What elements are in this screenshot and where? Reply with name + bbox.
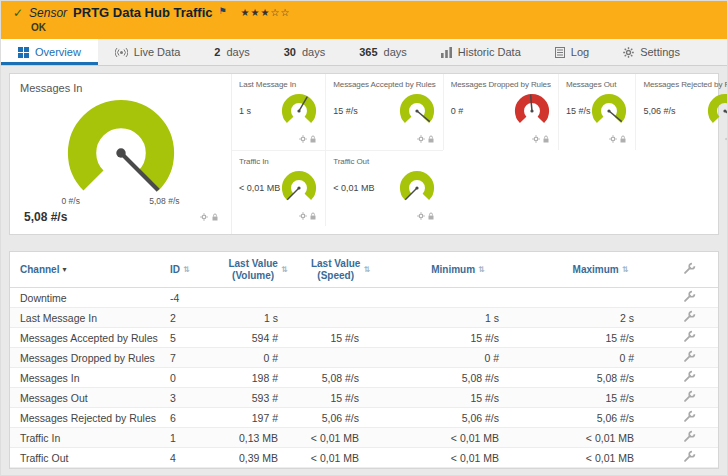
gauge-dial xyxy=(398,92,436,130)
cell-id: 4 xyxy=(170,452,218,464)
cell-min: 15 #/s xyxy=(383,392,533,404)
cell-settings xyxy=(668,350,708,365)
gauge-label: Traffic In xyxy=(239,157,318,166)
main-gauge-dial xyxy=(20,94,221,212)
gauge-messages-accepted-by-rules: Messages Accepted by Rules15 #/s xyxy=(325,74,442,150)
cell-id: 2 xyxy=(170,312,218,324)
channel-row-downtime[interactable]: Downtime-4 xyxy=(10,288,718,308)
channel-row-messages-out[interactable]: Messages Out3593 #15 #/s15 #/s15 #/s xyxy=(10,388,718,408)
small-gauges-grid: Last Message In1 sMessages Accepted by R… xyxy=(232,74,728,234)
channel-settings-icon[interactable] xyxy=(683,390,696,405)
gauge-lock-icon[interactable] xyxy=(211,207,219,225)
gauge-settings-icon[interactable] xyxy=(532,129,540,147)
cell-vol: 0,13 MB xyxy=(218,432,298,444)
channel-settings-icon[interactable] xyxy=(683,330,696,345)
tab-label: Log xyxy=(571,46,589,58)
tab-label: Historic Data xyxy=(458,46,521,58)
cell-min: 15 #/s xyxy=(383,332,533,344)
channel-row-messages-rejected-by-rules[interactable]: Messages Rejected by Rules6197 #5,06 #/s… xyxy=(10,408,718,428)
main-gauge-min: 0 #/s xyxy=(62,196,80,206)
tab-365-days[interactable]: 365days xyxy=(342,39,424,65)
gauge-value: 15 #/s xyxy=(566,106,591,116)
tab-label-strong: 365 xyxy=(359,46,377,58)
main-gauge-label: Messages In xyxy=(20,82,221,94)
gauge-lock-icon[interactable] xyxy=(542,129,550,147)
gauge-settings-icon[interactable] xyxy=(299,206,307,224)
cell-id: 7 xyxy=(170,352,218,364)
channel-row-last-message-in[interactable]: Last Message In21 s1 s2 s xyxy=(10,308,718,328)
channel-row-messages-dropped-by-rules[interactable]: Messages Dropped by Rules70 #0 #0 # xyxy=(10,348,718,368)
gauge-value: 5,06 #/s xyxy=(643,106,675,116)
tab-live-data[interactable]: Live Data xyxy=(98,39,197,65)
gauge-value: 0 # xyxy=(451,106,464,116)
chart-icon xyxy=(441,47,452,58)
gauge-lock-icon[interactable] xyxy=(309,206,317,224)
cell-min: 5,08 #/s xyxy=(383,372,533,384)
channel-settings-icon[interactable] xyxy=(683,410,696,425)
column-header-max[interactable]: Maximum⇅ xyxy=(533,264,668,276)
column-header-vol[interactable]: Last Value (Volume)⇅ xyxy=(218,258,298,282)
wrench-icon[interactable] xyxy=(683,262,696,277)
sensor-status: OK xyxy=(13,22,715,33)
tab-2-days[interactable]: 2days xyxy=(197,39,266,65)
gauge-lock-icon[interactable] xyxy=(619,129,627,147)
gauge-actions xyxy=(239,206,318,224)
cell-settings xyxy=(668,410,708,425)
channel-settings-icon[interactable] xyxy=(683,310,696,325)
cell-max: 2 s xyxy=(533,312,668,324)
channel-settings-icon[interactable] xyxy=(683,430,696,445)
sort-caret-icon: ▾ xyxy=(62,265,66,274)
column-header-id[interactable]: ID⇅ xyxy=(170,264,218,276)
column-header-min[interactable]: Minimum⇅ xyxy=(383,264,533,276)
cell-max: 15 #/s xyxy=(533,332,668,344)
tab-overview[interactable]: Overview xyxy=(1,39,98,65)
cell-vol: 0 # xyxy=(218,352,298,364)
tab-label-strong: 2 xyxy=(214,46,220,58)
cell-speed: < 0,01 MB xyxy=(298,432,383,444)
gauge-lock-icon[interactable] xyxy=(427,206,435,224)
gauge-body: 0 # xyxy=(451,92,551,130)
gauge-lock-icon[interactable] xyxy=(427,129,435,147)
gauge-label: Last Message In xyxy=(239,80,318,89)
gauge-body: < 0,01 MB xyxy=(239,169,318,207)
sensor-title: PRTG Data Hub Traffic xyxy=(73,5,212,20)
gauge-settings-icon[interactable] xyxy=(417,129,425,147)
channel-row-traffic-out[interactable]: Traffic Out40,39 MB< 0,01 MB< 0,01 MB< 0… xyxy=(10,448,718,468)
channel-row-traffic-in[interactable]: Traffic In10,13 MB< 0,01 MB< 0,01 MB< 0,… xyxy=(10,428,718,448)
gauge-settings-icon[interactable] xyxy=(299,129,307,147)
main-gauge-value: 5,08 #/s xyxy=(24,210,67,224)
tab-bar: OverviewLive Data2days30days365daysHisto… xyxy=(1,39,727,66)
cell-max: < 0,01 MB xyxy=(533,432,668,444)
channel-settings-icon[interactable] xyxy=(683,370,696,385)
column-header-speed[interactable]: Last Value (Speed)⇅ xyxy=(298,258,383,282)
cell-id: 3 xyxy=(170,392,218,404)
channel-settings-icon[interactable] xyxy=(683,450,696,465)
gauge-settings-icon[interactable] xyxy=(609,129,617,147)
cell-speed: 5,06 #/s xyxy=(298,412,383,424)
priority-flag-icon[interactable]: ⚑ xyxy=(219,6,227,16)
cell-max: 15 #/s xyxy=(533,392,668,404)
tab-30-days[interactable]: 30days xyxy=(267,39,343,65)
channel-row-messages-in[interactable]: Messages In0198 #5,08 #/s5,08 #/s5,08 #/… xyxy=(10,368,718,388)
sensor-header-line: ✓ Sensor PRTG Data Hub Traffic ⚑ ★★★☆☆ xyxy=(13,5,715,20)
channel-settings-icon[interactable] xyxy=(683,290,696,305)
cell-max: 5,06 #/s xyxy=(533,412,668,424)
cell-channel: Traffic In xyxy=(20,432,170,444)
gauge-settings-icon[interactable] xyxy=(200,207,208,225)
channel-settings-icon[interactable] xyxy=(683,350,696,365)
column-header-channel[interactable]: Channel▾ xyxy=(20,264,170,276)
tab-settings[interactable]: Settings xyxy=(606,39,697,65)
live-data-icon xyxy=(115,47,128,58)
channel-row-messages-accepted-by-rules[interactable]: Messages Accepted by Rules5594 #15 #/s15… xyxy=(10,328,718,348)
cell-max: 5,08 #/s xyxy=(533,372,668,384)
gauge-dial xyxy=(280,92,318,130)
gauge-lock-icon[interactable] xyxy=(309,129,317,147)
tab-log[interactable]: Log xyxy=(538,39,606,65)
gauge-settings-icon[interactable] xyxy=(417,206,425,224)
tab-historic-data[interactable]: Historic Data xyxy=(424,39,538,65)
object-kind-label: Sensor xyxy=(29,6,67,20)
gauge-dial xyxy=(590,92,628,130)
cell-settings xyxy=(668,430,708,445)
tab-label: days xyxy=(384,46,407,58)
priority-stars[interactable]: ★★★☆☆ xyxy=(241,7,291,18)
